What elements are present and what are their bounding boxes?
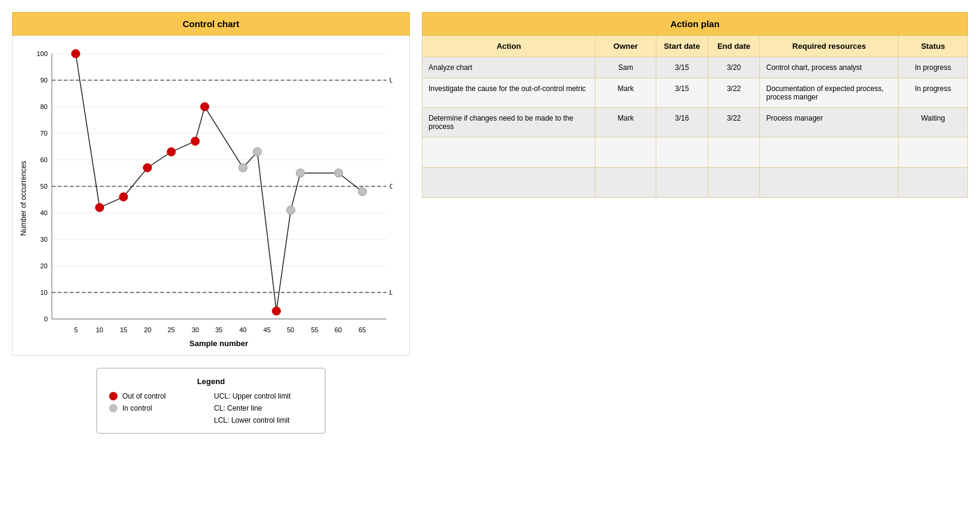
x-tick-15: 15: [120, 326, 127, 333]
y-tick-50: 50: [40, 183, 48, 190]
point-out-7: [272, 307, 281, 315]
control-chart-header: Control chart: [12, 12, 410, 36]
cl-legend-label: CL: Center line: [214, 404, 262, 412]
row2-end: 3/22: [708, 78, 760, 108]
y-tick-80: 80: [40, 103, 48, 110]
point-out-3: [143, 163, 152, 172]
table-column-headers: Action Owner Start date End date Require…: [422, 36, 968, 57]
x-tick-30: 30: [192, 326, 199, 333]
col-header-resources: Required resources: [760, 36, 899, 57]
row3-owner: Mark: [595, 108, 656, 137]
point-in-3: [296, 169, 304, 177]
point-in-5: [358, 188, 366, 196]
point-out-1: [95, 203, 104, 212]
point-in-0: [239, 163, 247, 172]
table-header-row: Action plan: [422, 13, 968, 36]
legend-item-out-of-control: Out of control: [109, 392, 208, 400]
left-panel: Control chart Number of occurrences: [12, 12, 410, 446]
legend-items: Out of control UCL: Upper control limit …: [109, 392, 313, 424]
lcl-legend-label: LCL: Lower control limit: [214, 416, 289, 424]
cl-label: CL: [389, 183, 392, 190]
table-row: Investigate the cause for the out-of-con…: [422, 78, 968, 108]
y-tick-30: 30: [40, 236, 48, 243]
legend-box: Legend Out of control UCL: Upper control…: [96, 368, 325, 434]
row1-resources: Control chart, process analyst: [760, 57, 899, 78]
row2-resources: Documentation of expected process, proce…: [760, 78, 899, 108]
y-tick-10: 10: [40, 289, 48, 296]
x-tick-25: 25: [168, 326, 175, 333]
y-tick-0: 0: [44, 315, 48, 323]
point-in-1: [253, 148, 262, 156]
y-tick-60: 60: [40, 156, 48, 163]
y-axis-label: Number of occurrences: [19, 161, 28, 236]
point-out-5: [191, 137, 199, 145]
y-tick-70: 70: [40, 130, 48, 137]
lcl-label: LCL: [389, 289, 392, 296]
x-tick-50: 50: [287, 326, 294, 333]
row1-owner: Sam: [595, 57, 656, 78]
x-tick-35: 35: [215, 326, 222, 333]
col-header-action: Action: [422, 36, 595, 57]
x-tick-60: 60: [335, 326, 342, 333]
row1-start: 3/15: [656, 57, 708, 78]
x-tick-45: 45: [263, 326, 271, 333]
action-plan-table: Action plan Action Owner Start date End …: [422, 12, 968, 198]
row3-action: Determine if changes need to be made to …: [422, 108, 595, 137]
main-layout: Control chart Number of occurrences: [12, 12, 968, 446]
action-plan-header: Action plan: [422, 13, 968, 36]
row3-status: Waiting: [899, 108, 968, 137]
legend-item-empty: [109, 416, 208, 424]
table-row: Analyze chart Sam 3/15 3/20 Control char…: [422, 57, 968, 78]
row2-status: In progress: [899, 78, 968, 108]
legend-item-ucl: UCL: Upper control limit: [214, 392, 313, 400]
x-tick-65: 65: [359, 326, 366, 333]
row2-owner: Mark: [595, 78, 656, 108]
row3-start: 3/16: [656, 108, 708, 137]
x-tick-20: 20: [144, 326, 151, 333]
ucl-legend-label: UCL: Upper control limit: [214, 392, 291, 400]
point-out-2: [119, 193, 128, 201]
control-chart-svg: Number of occurrences: [19, 48, 392, 349]
x-axis-label: Sample number: [189, 339, 248, 348]
point-in-4: [335, 169, 343, 177]
x-tick-10: 10: [96, 326, 103, 333]
legend-item-in-control: In control: [109, 404, 208, 412]
out-of-control-dot: [109, 392, 118, 400]
in-control-label: In control: [122, 404, 152, 412]
out-of-control-label: Out of control: [122, 392, 166, 400]
chart-container: Number of occurrences: [12, 36, 410, 356]
y-tick-20: 20: [40, 262, 48, 270]
point-out-4: [167, 148, 175, 156]
x-tick-55: 55: [311, 326, 318, 333]
x-tick-5: 5: [74, 326, 78, 333]
legend-item-lcl: LCL: Lower control limit: [214, 416, 313, 424]
legend-item-cl: CL: Center line: [214, 404, 313, 412]
data-line: [76, 54, 363, 311]
row3-end: 3/22: [708, 108, 760, 137]
x-tick-40: 40: [239, 326, 247, 333]
col-header-end-date: End date: [708, 36, 760, 57]
in-control-dot: [109, 404, 118, 412]
y-tick-40: 40: [40, 209, 48, 216]
y-tick-100: 100: [37, 50, 48, 57]
row2-action: Investigate the cause for the out-of-con…: [422, 78, 595, 108]
right-panel: Action plan Action Owner Start date End …: [422, 12, 968, 198]
point-in-2: [286, 206, 295, 215]
y-tick-90: 90: [40, 77, 48, 84]
table-row: Determine if changes need to be made to …: [422, 108, 968, 137]
point-out-0: [72, 49, 80, 58]
row1-end: 3/20: [708, 57, 760, 78]
col-header-status: Status: [899, 36, 968, 57]
table-row-empty1: [422, 137, 968, 168]
col-header-start-date: Start date: [656, 36, 708, 57]
point-out-6: [201, 103, 209, 111]
row1-action: Analyze chart: [422, 57, 595, 78]
table-row-empty2: [422, 168, 968, 198]
legend-title: Legend: [109, 377, 313, 386]
ucl-label: UCL: [389, 77, 392, 84]
col-header-owner: Owner: [595, 36, 656, 57]
row2-start: 3/15: [656, 78, 708, 108]
row3-resources: Process manager: [760, 108, 899, 137]
row1-status: In progress: [899, 57, 968, 78]
